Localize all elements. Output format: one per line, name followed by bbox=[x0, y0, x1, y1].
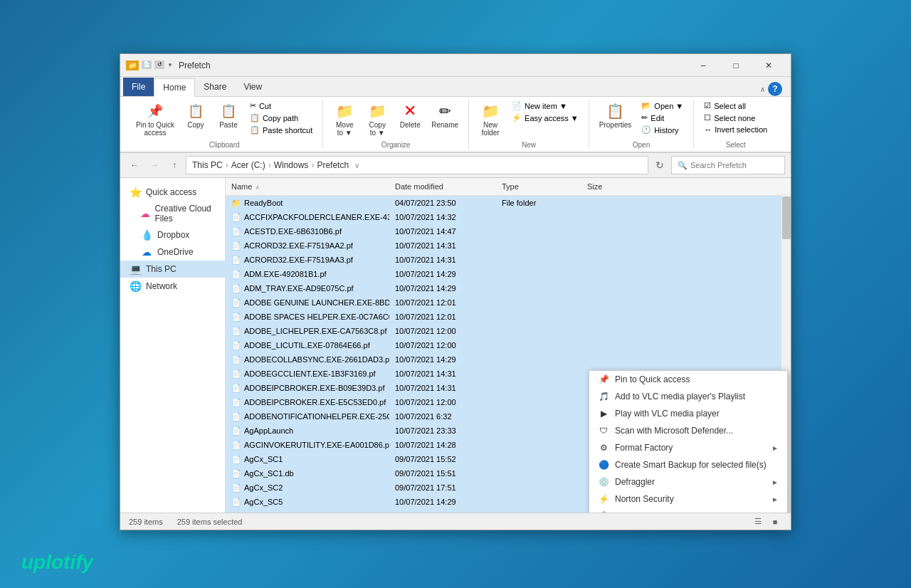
table-row[interactable]: 📄ADM.EXE-492081B1.pf 10/07/2021 14:29 bbox=[226, 267, 791, 281]
invert-icon: ↔ bbox=[704, 125, 712, 134]
sidebar-item-creative-cloud[interactable]: ☁ Creative Cloud Files bbox=[120, 201, 225, 226]
easy-access-button[interactable]: ⚡ Easy access ▼ bbox=[507, 112, 583, 124]
file-icon: 📄 bbox=[231, 426, 241, 436]
ctx-pin-quick-access[interactable]: 📌 Pin to Quick access bbox=[589, 371, 787, 388]
search-input[interactable] bbox=[690, 161, 779, 169]
file-name-17: 📄AGCINVOKERUTILITY.EXE-EA001D86.pf bbox=[226, 440, 389, 451]
tab-home[interactable]: Home bbox=[154, 78, 195, 97]
ctx-add-vlc[interactable]: 🎵 Add to VLC media player's Playlist bbox=[589, 388, 787, 405]
copy-path-button[interactable]: 📋 Copy path bbox=[246, 112, 317, 124]
refresh-button[interactable]: ↻ bbox=[651, 157, 668, 174]
file-type-21 bbox=[496, 501, 581, 503]
table-row[interactable]: 📄ADOBE_LICHELPER.EXE-CA7563C8.pf 10/07/2… bbox=[226, 324, 791, 338]
table-row[interactable]: 📄ADOBECOLLABSYNC.EXE-2661DAD3.pf 10/07/2… bbox=[226, 352, 791, 367]
table-row[interactable]: 📄ADM_TRAY.EXE-AD9E075C.pf 10/07/2021 14:… bbox=[226, 281, 791, 295]
sort-indicator: ∨ bbox=[354, 162, 359, 169]
file-icon: 📄 bbox=[231, 213, 241, 222]
table-row[interactable]: 📄ACRORD32.EXE-F7519AA2.pf 10/07/2021 14:… bbox=[226, 238, 791, 253]
ctx-unlocker[interactable]: 🔓 Unlocker bbox=[589, 508, 787, 513]
pin-to-quick-access-button[interactable]: 📌 Pin to Quickaccess bbox=[132, 100, 179, 140]
paste-shortcut-button[interactable]: 📋 Paste shortcut bbox=[246, 124, 317, 136]
help-button[interactable]: ? bbox=[768, 82, 782, 96]
copy-button[interactable]: 📋 Copy bbox=[180, 100, 211, 132]
up-button[interactable]: ↑ bbox=[166, 157, 183, 174]
file-name-9: 📄ADOBE_LICHELPER.EXE-CA7563C8.pf bbox=[226, 326, 389, 337]
cut-button[interactable]: ✂ Cut bbox=[246, 100, 317, 112]
sidebar-item-this-pc[interactable]: 💻 This PC bbox=[120, 261, 225, 278]
delete-icon: ✕ bbox=[404, 103, 416, 120]
maximize-button[interactable]: □ bbox=[720, 54, 752, 77]
sidebar-item-quick-access[interactable]: ⭐ Quick access bbox=[120, 184, 225, 201]
file-size-9 bbox=[581, 330, 638, 332]
file-name-22: 📄AgGIFaultHistory bbox=[226, 511, 389, 513]
invert-selection-button[interactable]: ↔ Invert selection bbox=[700, 124, 772, 135]
breadcrumb-windows[interactable]: Windows bbox=[274, 160, 309, 170]
sidebar-label-network: Network bbox=[146, 281, 177, 291]
forward-button[interactable]: → bbox=[146, 157, 163, 174]
ctx-norton[interactable]: ⚡ Norton Security ► bbox=[589, 490, 787, 508]
sidebar-item-dropbox[interactable]: 💧 Dropbox bbox=[120, 226, 225, 243]
ctx-defraggler[interactable]: 💿 Defraggler ► bbox=[589, 473, 787, 490]
breadcrumb-this-pc[interactable]: This PC bbox=[192, 160, 223, 170]
ctx-defender-icon: 🛡 bbox=[598, 426, 609, 436]
close-button[interactable]: ✕ bbox=[752, 54, 785, 77]
open-button[interactable]: 📂 Open ▼ bbox=[637, 100, 688, 112]
edit-button[interactable]: ✏ Edit bbox=[637, 112, 688, 124]
collapse-ribbon-btn[interactable]: ∧ bbox=[760, 85, 765, 93]
new-items: 📁 Newfolder 📄 New item ▼ ⚡ Easy access ▼ bbox=[475, 100, 583, 140]
watermark: uplotify bbox=[21, 551, 93, 574]
rename-button[interactable]: ✏ Rename bbox=[427, 100, 463, 132]
breadcrumb-bar[interactable]: This PC › Acer (C:) › Windows › Prefetch… bbox=[186, 156, 648, 174]
col-header-type[interactable]: Type bbox=[496, 181, 581, 192]
table-row[interactable]: 📁ReadyBoot 04/07/2021 23:50 File folder bbox=[226, 196, 791, 210]
new-item-button[interactable]: 📄 New item ▼ bbox=[507, 100, 583, 112]
breadcrumb-acer[interactable]: Acer (C:) bbox=[231, 160, 265, 170]
table-row[interactable]: 📄ACESTD.EXE-6B6310B6.pf 10/07/2021 14:47 bbox=[226, 224, 791, 238]
scrollbar-thumb[interactable] bbox=[782, 196, 791, 239]
minimize-button[interactable]: – bbox=[687, 54, 720, 77]
file-list-container: Name ∧ Date modified Type Size 📁ReadyBoo… bbox=[226, 178, 791, 513]
file-type-11 bbox=[496, 359, 581, 360]
ctx-smart-backup[interactable]: 🔵 Create Smart Backup for selected file(… bbox=[589, 456, 787, 473]
move-to-button[interactable]: 📁 Moveto ▼ bbox=[329, 100, 360, 140]
breadcrumb-sep-2: › bbox=[268, 160, 271, 170]
ctx-play-vlc[interactable]: ▶ Play with VLC media player bbox=[589, 405, 787, 422]
back-button[interactable]: ← bbox=[126, 157, 143, 174]
new-folder-button[interactable]: 📁 Newfolder bbox=[475, 100, 506, 140]
ctx-defrag-label: Defraggler bbox=[615, 477, 766, 487]
sidebar-item-network[interactable]: 🌐 Network bbox=[120, 278, 225, 295]
col-header-size[interactable]: Size bbox=[581, 181, 638, 192]
table-row[interactable]: 📄ADOBE GENUINE LAUNCHER.EXE-8BD95... 10/… bbox=[226, 295, 791, 310]
tab-view[interactable]: View bbox=[235, 78, 270, 96]
paste-button[interactable]: 📋 Paste bbox=[213, 100, 244, 132]
history-button[interactable]: 🕐 History bbox=[637, 124, 688, 136]
col-header-name[interactable]: Name ∧ bbox=[226, 181, 389, 192]
properties-button[interactable]: 📋 Properties bbox=[595, 100, 636, 132]
onedrive-icon: ☁ bbox=[140, 246, 153, 258]
pin-icon: 📌 bbox=[147, 103, 163, 120]
select-all-button[interactable]: ☑ Select all bbox=[700, 100, 772, 112]
file-icon: 📄 bbox=[231, 298, 241, 308]
ribbon-group-select: ☑ Select all ☐ Select none ↔ Invert sele… bbox=[694, 100, 777, 149]
ctx-scan-defender[interactable]: 🛡 Scan with Microsoft Defender... bbox=[589, 422, 787, 439]
details-view-button[interactable]: ☰ bbox=[751, 515, 765, 529]
table-row[interactable]: 📄ACCFIXPACKFOLDERCLEANER.EXE-4343... 10/… bbox=[226, 210, 791, 224]
file-icon: 📄 bbox=[231, 355, 241, 364]
table-row[interactable]: 📄ADOBE SPACES HELPER.EXE-0C7A6C02.pf 10/… bbox=[226, 310, 791, 324]
pin-label: Pin to Quickaccess bbox=[136, 121, 174, 137]
table-row[interactable]: 📄ADOBE_LICUTIL.EXE-07864E66.pf 10/07/202… bbox=[226, 338, 791, 352]
delete-button[interactable]: ✕ Delete bbox=[394, 100, 426, 132]
search-box[interactable]: 🔍 bbox=[671, 156, 785, 174]
sidebar-item-onedrive[interactable]: ☁ OneDrive bbox=[120, 243, 225, 261]
breadcrumb-prefetch[interactable]: Prefetch bbox=[317, 160, 349, 170]
select-none-button[interactable]: ☐ Select none bbox=[700, 112, 772, 124]
file-type-5 bbox=[496, 273, 581, 275]
tab-share[interactable]: Share bbox=[195, 78, 235, 96]
copy-to-button[interactable]: 📁 Copyto ▼ bbox=[362, 100, 393, 140]
large-icon-view-button[interactable]: ■ bbox=[768, 515, 782, 529]
title-icons: 📁 📄 ↺ ▼ bbox=[126, 61, 173, 70]
tab-file[interactable]: File bbox=[123, 78, 154, 96]
table-row[interactable]: 📄ACRORD32.EXE-F7519AA3.pf 10/07/2021 14:… bbox=[226, 253, 791, 267]
ctx-format-factory[interactable]: ⚙ Format Factory ► bbox=[589, 439, 787, 456]
col-header-date[interactable]: Date modified bbox=[389, 181, 496, 192]
